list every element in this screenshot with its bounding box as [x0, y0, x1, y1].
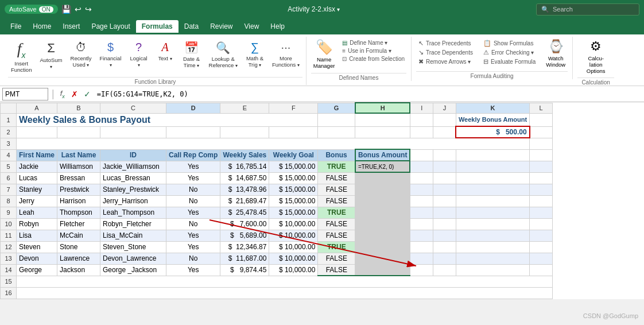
cell-H9[interactable]: [355, 207, 410, 218]
cell-C5[interactable]: Jackie_Williamson: [100, 161, 166, 172]
cell-D9[interactable]: Yes: [166, 207, 220, 218]
cell-H8[interactable]: [355, 195, 410, 207]
cell-K14[interactable]: [456, 264, 529, 276]
cell-K2[interactable]: $ 500.00: [456, 126, 529, 138]
cell-A5[interactable]: Jackie: [17, 161, 57, 172]
create-from-selection-button[interactable]: ⊡ Create from Selection: [340, 55, 406, 63]
cell-I13[interactable]: [410, 253, 433, 264]
cell-E14[interactable]: $ 9,874.45: [220, 264, 269, 276]
cell-row16[interactable]: [17, 287, 553, 299]
recently-used-button[interactable]: ⏱ RecentlyUsed ▾: [68, 39, 95, 70]
math-trig-button[interactable]: ∑ Math &Trig ▾: [243, 39, 267, 70]
cell-L12[interactable]: [530, 241, 553, 253]
cell-K12[interactable]: [456, 241, 529, 253]
cell-A14[interactable]: George: [17, 264, 57, 276]
col-H[interactable]: H: [355, 103, 410, 113]
cell-F6[interactable]: $ 15,000.00: [269, 172, 318, 184]
menu-view[interactable]: View: [239, 20, 265, 33]
cell-E5[interactable]: $ 16,785.14: [220, 161, 269, 172]
cell-B4-header[interactable]: Last Name: [57, 149, 100, 161]
cell-K8[interactable]: [456, 195, 529, 207]
cell-J12[interactable]: [433, 241, 456, 253]
name-manager-button[interactable]: 🏷️ NameManager: [311, 38, 337, 71]
cell-L9[interactable]: [530, 207, 553, 218]
cell-H12[interactable]: [355, 241, 410, 253]
cancel-icon[interactable]: ✗: [69, 90, 80, 99]
cell-H10[interactable]: [355, 218, 410, 230]
cell-C2[interactable]: [100, 126, 166, 138]
cell-F7[interactable]: $ 15,000.00: [269, 184, 318, 195]
col-A[interactable]: A: [17, 103, 57, 113]
cell-C6[interactable]: Lucas_Bressan: [100, 172, 166, 184]
cell-L13[interactable]: [530, 253, 553, 264]
cell-F5[interactable]: $ 15,000.00: [269, 161, 318, 172]
cell-L7[interactable]: [530, 184, 553, 195]
cell-J8[interactable]: [433, 195, 456, 207]
more-functions-button[interactable]: ··· MoreFunctions ▾: [269, 39, 302, 70]
cell-H2[interactable]: [355, 126, 410, 138]
cell-B7[interactable]: Prestwick: [57, 184, 100, 195]
cell-E4-header[interactable]: Weekly Sales: [220, 149, 269, 161]
cell-L1[interactable]: [530, 113, 553, 126]
cell-I14[interactable]: [410, 264, 433, 276]
cell-L3[interactable]: [530, 138, 553, 149]
cell-G11[interactable]: FALSE: [318, 230, 355, 241]
cell-D5[interactable]: Yes: [166, 161, 220, 172]
search-box[interactable]: 🔍 Search: [536, 3, 639, 16]
name-box[interactable]: [2, 88, 48, 100]
cell-C13[interactable]: Devon_Lawrence: [100, 253, 166, 264]
undo-icon[interactable]: ↩: [75, 5, 82, 14]
col-E[interactable]: E: [220, 103, 269, 113]
cell-L8[interactable]: [530, 195, 553, 207]
text-button[interactable]: A Text ▾: [153, 39, 177, 64]
cell-K11[interactable]: [456, 230, 529, 241]
show-formulas-button[interactable]: 📋 Show Formulas: [481, 39, 538, 48]
cell-H4-header[interactable]: Bonus Amount: [355, 149, 410, 161]
cell-I4[interactable]: [410, 149, 433, 161]
menu-data[interactable]: Data: [179, 20, 204, 33]
save-icon[interactable]: 💾: [61, 5, 71, 14]
cell-L5[interactable]: [530, 161, 553, 172]
cell-C12[interactable]: Steven_Stone: [100, 241, 166, 253]
cell-E13[interactable]: $ 11,687.00: [220, 253, 269, 264]
cell-G5[interactable]: TRUE: [318, 161, 355, 172]
cell-I11[interactable]: [410, 230, 433, 241]
cell-J6[interactable]: [433, 172, 456, 184]
cell-E11[interactable]: $ 5,689.00: [220, 230, 269, 241]
cell-row15[interactable]: [17, 276, 553, 287]
cell-D10[interactable]: No: [166, 218, 220, 230]
cell-H7[interactable]: [355, 184, 410, 195]
cell-D4-header[interactable]: Call Rep Comp: [166, 149, 220, 161]
cell-I9[interactable]: [410, 207, 433, 218]
cell-I1[interactable]: [410, 113, 433, 126]
cell-E8[interactable]: $ 21,689.47: [220, 195, 269, 207]
cell-L10[interactable]: [530, 218, 553, 230]
redo-icon[interactable]: ↪: [85, 5, 92, 14]
formula-input[interactable]: [95, 89, 642, 99]
cell-D6[interactable]: Yes: [166, 172, 220, 184]
col-K[interactable]: K: [456, 103, 529, 113]
cell-F12[interactable]: $ 10,000.00: [269, 241, 318, 253]
cell-D8[interactable]: No: [166, 195, 220, 207]
col-I[interactable]: I: [410, 103, 433, 113]
dropdown-icon[interactable]: ▾: [337, 6, 340, 13]
cell-C14[interactable]: George _Jackson: [100, 264, 166, 276]
autosum-button[interactable]: Σ AutoSum▾: [37, 39, 65, 72]
lookup-ref-button[interactable]: 🔍 Lookup &Reference ▾: [206, 39, 240, 71]
cell-B14[interactable]: Jackson: [57, 264, 100, 276]
cell-G10[interactable]: FALSE: [318, 218, 355, 230]
confirm-icon[interactable]: ✓: [82, 90, 92, 99]
cell-L4[interactable]: [530, 149, 553, 161]
cell-H6[interactable]: [355, 172, 410, 184]
cell-A8[interactable]: Jerry: [17, 195, 57, 207]
cell-J2[interactable]: [433, 126, 456, 138]
date-time-button[interactable]: 📅 Date &Time ▾: [180, 39, 204, 71]
cell-C8[interactable]: Jerry_Harrison: [100, 195, 166, 207]
cell-J1[interactable]: [433, 113, 456, 126]
cell-D13[interactable]: No: [166, 253, 220, 264]
cell-I2[interactable]: [410, 126, 433, 138]
cell-G7[interactable]: FALSE: [318, 184, 355, 195]
cell-C11[interactable]: Lisa_McCain: [100, 230, 166, 241]
cell-A7[interactable]: Stanley: [17, 184, 57, 195]
cell-K10[interactable]: [456, 218, 529, 230]
